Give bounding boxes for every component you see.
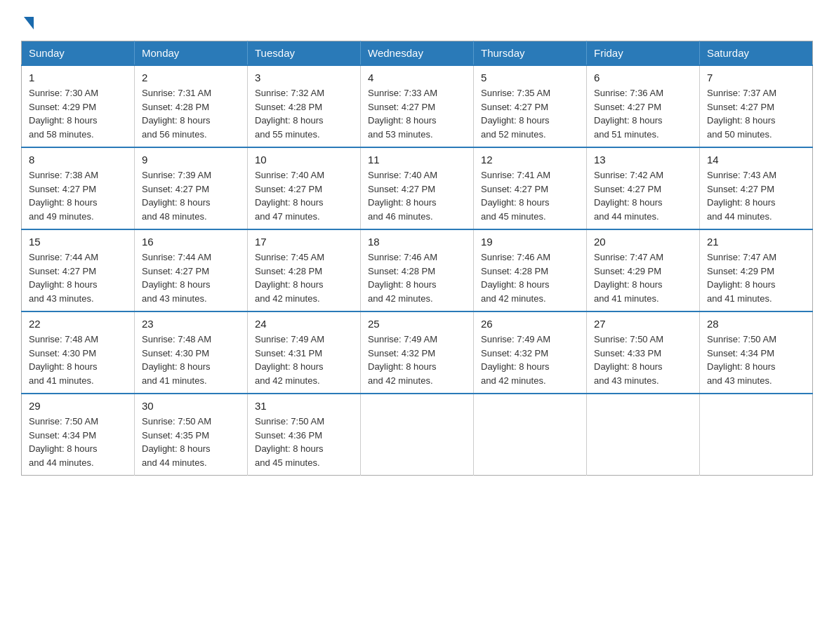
calendar-cell: 23 Sunrise: 7:48 AMSunset: 4:30 PMDaylig… xyxy=(135,311,248,394)
day-info: Sunrise: 7:49 AMSunset: 4:32 PMDaylight:… xyxy=(481,333,579,387)
day-info: Sunrise: 7:46 AMSunset: 4:28 PMDaylight:… xyxy=(481,250,579,305)
calendar-week-row: 22 Sunrise: 7:48 AMSunset: 4:30 PMDaylig… xyxy=(22,311,813,394)
day-number: 2 xyxy=(142,72,240,83)
day-number: 29 xyxy=(29,400,127,412)
calendar-cell: 29 Sunrise: 7:50 AMSunset: 4:34 PMDaylig… xyxy=(22,394,135,476)
calendar-week-row: 29 Sunrise: 7:50 AMSunset: 4:34 PMDaylig… xyxy=(22,394,813,476)
day-info: Sunrise: 7:43 AMSunset: 4:27 PMDaylight:… xyxy=(707,168,805,223)
calendar-week-row: 8 Sunrise: 7:38 AMSunset: 4:27 PMDayligh… xyxy=(22,147,813,229)
day-number: 8 xyxy=(29,154,127,166)
day-number: 14 xyxy=(707,154,805,166)
day-number: 9 xyxy=(142,154,240,166)
day-number: 30 xyxy=(142,400,240,412)
day-info: Sunrise: 7:33 AMSunset: 4:27 PMDaylight:… xyxy=(368,86,466,141)
day-info: Sunrise: 7:44 AMSunset: 4:27 PMDaylight:… xyxy=(142,250,240,305)
calendar-cell: 5 Sunrise: 7:35 AMSunset: 4:27 PMDayligh… xyxy=(474,65,587,147)
calendar-cell: 14 Sunrise: 7:43 AMSunset: 4:27 PMDaylig… xyxy=(700,147,813,229)
day-info: Sunrise: 7:35 AMSunset: 4:27 PMDaylight:… xyxy=(481,86,579,141)
calendar-cell: 20 Sunrise: 7:47 AMSunset: 4:29 PMDaylig… xyxy=(587,229,700,311)
day-info: Sunrise: 7:41 AMSunset: 4:27 PMDaylight:… xyxy=(481,168,579,223)
day-info: Sunrise: 7:48 AMSunset: 4:30 PMDaylight:… xyxy=(142,333,240,387)
calendar-cell: 8 Sunrise: 7:38 AMSunset: 4:27 PMDayligh… xyxy=(22,147,135,229)
day-info: Sunrise: 7:39 AMSunset: 4:27 PMDaylight:… xyxy=(142,168,240,223)
day-info: Sunrise: 7:49 AMSunset: 4:31 PMDaylight:… xyxy=(255,333,353,387)
calendar-cell xyxy=(700,394,813,476)
day-number: 11 xyxy=(368,154,466,166)
day-number: 22 xyxy=(29,318,127,330)
logo-arrow-icon xyxy=(24,17,34,29)
day-info: Sunrise: 7:40 AMSunset: 4:27 PMDaylight:… xyxy=(255,168,353,223)
day-number: 26 xyxy=(481,318,579,330)
page-header xyxy=(21,14,813,27)
day-number: 31 xyxy=(255,400,353,412)
calendar-cell: 3 Sunrise: 7:32 AMSunset: 4:28 PMDayligh… xyxy=(248,65,361,147)
logo-general-text xyxy=(21,14,34,29)
calendar-week-row: 15 Sunrise: 7:44 AMSunset: 4:27 PMDaylig… xyxy=(22,229,813,311)
day-info: Sunrise: 7:30 AMSunset: 4:29 PMDaylight:… xyxy=(29,86,127,141)
day-number: 19 xyxy=(481,236,579,248)
calendar-cell: 21 Sunrise: 7:47 AMSunset: 4:29 PMDaylig… xyxy=(700,229,813,311)
calendar-cell: 30 Sunrise: 7:50 AMSunset: 4:35 PMDaylig… xyxy=(135,394,248,476)
calendar-cell: 12 Sunrise: 7:41 AMSunset: 4:27 PMDaylig… xyxy=(474,147,587,229)
calendar-cell xyxy=(587,394,700,476)
day-info: Sunrise: 7:50 AMSunset: 4:34 PMDaylight:… xyxy=(29,415,127,469)
day-info: Sunrise: 7:44 AMSunset: 4:27 PMDaylight:… xyxy=(29,250,127,305)
calendar-header-sunday: Sunday xyxy=(22,41,135,66)
calendar-cell: 24 Sunrise: 7:49 AMSunset: 4:31 PMDaylig… xyxy=(248,311,361,394)
calendar-header-tuesday: Tuesday xyxy=(248,41,361,66)
day-info: Sunrise: 7:36 AMSunset: 4:27 PMDaylight:… xyxy=(594,86,692,141)
day-number: 21 xyxy=(707,236,805,248)
calendar-cell: 7 Sunrise: 7:37 AMSunset: 4:27 PMDayligh… xyxy=(700,65,813,147)
calendar-cell: 22 Sunrise: 7:48 AMSunset: 4:30 PMDaylig… xyxy=(22,311,135,394)
calendar-cell: 4 Sunrise: 7:33 AMSunset: 4:27 PMDayligh… xyxy=(361,65,474,147)
calendar-header-friday: Friday xyxy=(587,41,700,66)
day-number: 10 xyxy=(255,154,353,166)
calendar-cell: 1 Sunrise: 7:30 AMSunset: 4:29 PMDayligh… xyxy=(22,65,135,147)
day-number: 27 xyxy=(594,318,692,330)
day-info: Sunrise: 7:50 AMSunset: 4:34 PMDaylight:… xyxy=(707,333,805,387)
calendar-cell: 27 Sunrise: 7:50 AMSunset: 4:33 PMDaylig… xyxy=(587,311,700,394)
calendar-cell: 15 Sunrise: 7:44 AMSunset: 4:27 PMDaylig… xyxy=(22,229,135,311)
day-info: Sunrise: 7:49 AMSunset: 4:32 PMDaylight:… xyxy=(368,333,466,387)
day-number: 4 xyxy=(368,72,466,83)
calendar-header-saturday: Saturday xyxy=(700,41,813,66)
day-info: Sunrise: 7:47 AMSunset: 4:29 PMDaylight:… xyxy=(594,250,692,305)
day-info: Sunrise: 7:45 AMSunset: 4:28 PMDaylight:… xyxy=(255,250,353,305)
day-number: 13 xyxy=(594,154,692,166)
day-info: Sunrise: 7:40 AMSunset: 4:27 PMDaylight:… xyxy=(368,168,466,223)
calendar-cell: 6 Sunrise: 7:36 AMSunset: 4:27 PMDayligh… xyxy=(587,65,700,147)
calendar-cell xyxy=(361,394,474,476)
day-number: 5 xyxy=(481,72,579,83)
calendar-cell xyxy=(474,394,587,476)
calendar-week-row: 1 Sunrise: 7:30 AMSunset: 4:29 PMDayligh… xyxy=(22,65,813,147)
day-number: 12 xyxy=(481,154,579,166)
calendar-cell: 31 Sunrise: 7:50 AMSunset: 4:36 PMDaylig… xyxy=(248,394,361,476)
calendar-cell: 25 Sunrise: 7:49 AMSunset: 4:32 PMDaylig… xyxy=(361,311,474,394)
calendar-header-wednesday: Wednesday xyxy=(361,41,474,66)
calendar-cell: 16 Sunrise: 7:44 AMSunset: 4:27 PMDaylig… xyxy=(135,229,248,311)
day-info: Sunrise: 7:37 AMSunset: 4:27 PMDaylight:… xyxy=(707,86,805,141)
day-number: 7 xyxy=(707,72,805,83)
day-info: Sunrise: 7:32 AMSunset: 4:28 PMDaylight:… xyxy=(255,86,353,141)
calendar-cell: 26 Sunrise: 7:49 AMSunset: 4:32 PMDaylig… xyxy=(474,311,587,394)
day-info: Sunrise: 7:50 AMSunset: 4:33 PMDaylight:… xyxy=(594,333,692,387)
logo xyxy=(21,14,34,27)
day-info: Sunrise: 7:48 AMSunset: 4:30 PMDaylight:… xyxy=(29,333,127,387)
day-number: 3 xyxy=(255,72,353,83)
calendar-header-monday: Monday xyxy=(135,41,248,66)
calendar-header-thursday: Thursday xyxy=(474,41,587,66)
calendar-cell: 9 Sunrise: 7:39 AMSunset: 4:27 PMDayligh… xyxy=(135,147,248,229)
day-number: 23 xyxy=(142,318,240,330)
day-number: 25 xyxy=(368,318,466,330)
day-number: 17 xyxy=(255,236,353,248)
day-number: 15 xyxy=(29,236,127,248)
calendar-cell: 13 Sunrise: 7:42 AMSunset: 4:27 PMDaylig… xyxy=(587,147,700,229)
day-number: 20 xyxy=(594,236,692,248)
day-info: Sunrise: 7:38 AMSunset: 4:27 PMDaylight:… xyxy=(29,168,127,223)
day-info: Sunrise: 7:50 AMSunset: 4:35 PMDaylight:… xyxy=(142,415,240,469)
calendar-cell: 17 Sunrise: 7:45 AMSunset: 4:28 PMDaylig… xyxy=(248,229,361,311)
calendar-table: SundayMondayTuesdayWednesdayThursdayFrid… xyxy=(21,41,813,476)
calendar-cell: 18 Sunrise: 7:46 AMSunset: 4:28 PMDaylig… xyxy=(361,229,474,311)
day-number: 6 xyxy=(594,72,692,83)
day-info: Sunrise: 7:50 AMSunset: 4:36 PMDaylight:… xyxy=(255,415,353,469)
